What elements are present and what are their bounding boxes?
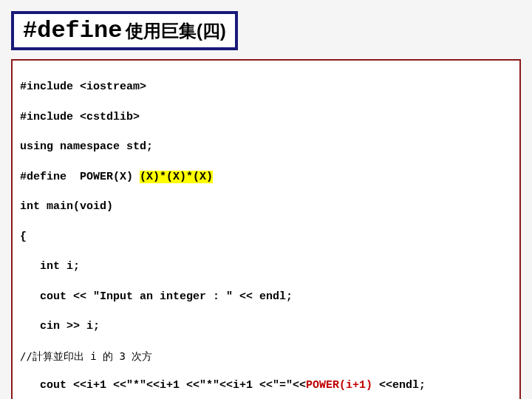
code-line: using namespace std; bbox=[20, 140, 512, 154]
code-line: #include <iostream> bbox=[20, 80, 512, 95]
code-text: #define POWER(X) bbox=[20, 171, 140, 183]
code-line: cout << "Input an integer : " << endl; bbox=[20, 290, 512, 304]
code-line: cout <<i+1 <<"*"<<i+1 <<"*"<<i+1 <<"="<<… bbox=[20, 378, 512, 393]
title-box: #define 使用巨集(四) bbox=[11, 11, 238, 50]
code-text: cout <<i+1 <<"*"<<i+1 <<"*"<<i+1 <<"="<< bbox=[20, 379, 306, 392]
code-line: cin >> i; bbox=[20, 319, 512, 334]
code-line: { bbox=[20, 230, 512, 245]
title-main: #define bbox=[23, 17, 122, 44]
code-line: int i; bbox=[20, 259, 512, 274]
code-comment: //計算並印出 i 的 3 次方 bbox=[20, 349, 512, 364]
code-line: int main(void) bbox=[20, 200, 512, 214]
title-subtitle: 使用巨集(四) bbox=[126, 21, 226, 41]
code-line: #define POWER(X) (X)*(X)*(X) bbox=[20, 170, 512, 185]
code-line: #include <cstdlib> bbox=[20, 110, 512, 125]
highlighted-macro: (X)*(X)*(X) bbox=[140, 171, 213, 183]
code-block: #include <iostream> #include <cstdlib> u… bbox=[11, 59, 521, 399]
macro-call: POWER(i+1) bbox=[306, 379, 372, 392]
code-text: <<endl; bbox=[372, 379, 426, 392]
